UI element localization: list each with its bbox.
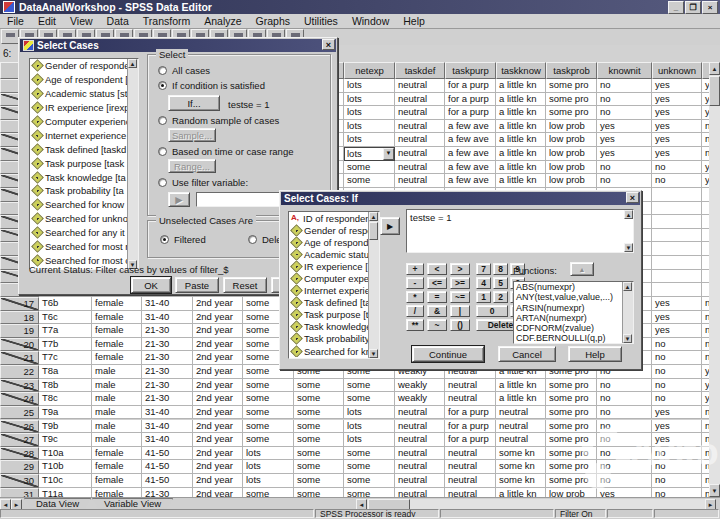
- table-cell[interactable]: neutral: [395, 474, 445, 488]
- table-cell[interactable]: no: [597, 161, 652, 175]
- menu-graphs[interactable]: Graphs: [249, 14, 297, 28]
- table-cell[interactable]: neutral: [445, 488, 496, 497]
- table-cell[interactable]: some kn: [496, 447, 546, 461]
- table-cell[interactable]: some: [344, 488, 395, 497]
- select-cases-variable-list[interactable]: Gender of respondeAge of respondent [Aca…: [29, 58, 139, 270]
- table-cell[interactable]: T9c: [39, 433, 92, 447]
- menu-window[interactable]: Window: [345, 14, 396, 28]
- menu-file[interactable]: File: [0, 14, 31, 28]
- table-cell[interactable]: 31-40: [142, 433, 193, 447]
- cancel-button[interactable]: Cancel: [498, 346, 556, 362]
- table-cell[interactable]: some pro: [546, 433, 597, 447]
- table-cell[interactable]: male: [92, 365, 142, 379]
- table-cell[interactable]: some pro: [546, 79, 597, 93]
- table-cell[interactable]: [652, 283, 702, 297]
- table-cell[interactable]: neutral: [395, 106, 445, 120]
- table-cell[interactable]: 21-30: [142, 392, 193, 406]
- menu-utilities[interactable]: Utilities: [297, 14, 345, 28]
- table-cell[interactable]: lots: [344, 93, 395, 107]
- table-cell[interactable]: no: [597, 106, 652, 120]
- table-cell[interactable]: lots: [344, 120, 395, 134]
- calc-button-0[interactable]: 0: [476, 305, 508, 317]
- table-cell[interactable]: [652, 229, 702, 243]
- table-cell[interactable]: 2nd year: [193, 297, 243, 311]
- table-cell[interactable]: for a purp: [445, 93, 496, 107]
- calc-button-4[interactable]: 4: [476, 277, 491, 289]
- table-cell[interactable]: no: [652, 447, 702, 461]
- table-cell[interactable]: some kn: [496, 460, 546, 474]
- table-cell[interactable]: some: [243, 420, 294, 434]
- table-cell[interactable]: some pro: [546, 447, 597, 461]
- variable-item[interactable]: IR experience [irexp: [30, 101, 129, 115]
- variable-item[interactable]: Academic status [st: [30, 87, 129, 101]
- table-cell[interactable]: no: [597, 93, 652, 107]
- calc-button-[interactable]: >: [450, 263, 470, 275]
- table-cell[interactable]: 2nd year: [193, 433, 243, 447]
- list-scrollbar[interactable]: ▲ ▼: [127, 59, 138, 269]
- table-cell[interactable]: [652, 256, 702, 270]
- scroll-up-icon[interactable]: ▲: [624, 210, 633, 219]
- table-cell[interactable]: neutral: [445, 474, 496, 488]
- row-number[interactable]: 19: [0, 324, 39, 338]
- list-scrollbar[interactable]: ▲ ▼: [622, 282, 633, 343]
- calc-button-7[interactable]: 7: [476, 263, 491, 275]
- calc-button-[interactable]: (): [450, 319, 470, 331]
- function-item[interactable]: ARTAN(numexpr): [514, 313, 624, 323]
- table-cell[interactable]: low prob: [546, 161, 597, 175]
- row-number[interactable]: 29: [0, 460, 39, 474]
- table-cell[interactable]: T9a: [39, 406, 92, 420]
- function-item[interactable]: CDFNORM(zvalue): [514, 323, 624, 333]
- variable-item[interactable]: Computer experienc: [30, 115, 129, 129]
- variable-item[interactable]: Task probability [ta: [30, 184, 129, 198]
- table-cell[interactable]: low prob: [546, 133, 597, 147]
- menu-transform[interactable]: Transform: [136, 14, 197, 28]
- table-cell[interactable]: lots: [344, 433, 395, 447]
- table-cell[interactable]: male: [92, 406, 142, 420]
- variable-item[interactable]: Task knowledge [ta: [289, 321, 370, 333]
- table-cell[interactable]: neutral: [395, 147, 445, 161]
- list-scrollbar[interactable]: ▲ ▼: [368, 212, 379, 358]
- table-cell[interactable]: neutral: [395, 133, 445, 147]
- table-cell[interactable]: some: [243, 392, 294, 406]
- function-item[interactable]: CDF.BERNOULLI(q,p): [514, 333, 624, 343]
- table-cell[interactable]: some: [294, 379, 344, 393]
- table-cell[interactable]: a few ave: [445, 120, 496, 134]
- table-cell[interactable]: low prob: [546, 174, 597, 188]
- variable-item[interactable]: Computer experienc: [289, 272, 370, 284]
- menu-help[interactable]: Help: [396, 14, 432, 28]
- table-cell[interactable]: female: [92, 338, 142, 352]
- table-cell[interactable]: low prob: [546, 147, 597, 161]
- table-cell[interactable]: a little kn: [496, 133, 546, 147]
- variable-item[interactable]: Task probability [ta: [289, 333, 370, 345]
- if-variable-list[interactable]: A,ID of respondents [Gender of respondeA…: [288, 211, 380, 359]
- scroll-up-icon[interactable]: ▲: [709, 62, 720, 75]
- column-header-netexp[interactable]: netexp: [344, 62, 395, 79]
- row-number[interactable]: 20: [0, 338, 39, 352]
- dropdown-icon[interactable]: ▼: [383, 148, 394, 160]
- table-cell[interactable]: a little kn: [496, 161, 546, 175]
- table-cell[interactable]: weakly: [395, 379, 445, 393]
- close-icon[interactable]: ×: [626, 192, 639, 203]
- variable-item[interactable]: A,ID of respondents [: [289, 212, 370, 224]
- table-cell[interactable]: yes: [652, 433, 702, 447]
- table-cell[interactable]: male: [92, 433, 142, 447]
- table-cell[interactable]: 21-30: [142, 488, 193, 497]
- table-cell[interactable]: 2nd year: [193, 392, 243, 406]
- ok-button[interactable]: OK: [131, 277, 171, 293]
- table-cell[interactable]: yes: [652, 106, 702, 120]
- table-cell[interactable]: female: [92, 311, 142, 325]
- table-cell[interactable]: for a purp: [445, 106, 496, 120]
- table-cell[interactable]: some: [344, 474, 395, 488]
- table-cell[interactable]: 31-40: [142, 297, 193, 311]
- table-cell[interactable]: [652, 270, 702, 284]
- variable-item[interactable]: Searched for unkno: [30, 212, 129, 226]
- toolbar-button[interactable]: [1, 29, 19, 44]
- table-cell[interactable]: a few ave: [445, 174, 496, 188]
- table-cell[interactable]: lots: [344, 406, 395, 420]
- table-cell[interactable]: neutral: [395, 79, 445, 93]
- calc-button-[interactable]: <: [427, 263, 447, 275]
- table-cell[interactable]: yes: [652, 120, 702, 134]
- table-cell[interactable]: a little kn: [496, 488, 546, 497]
- table-cell[interactable]: lots: [243, 447, 294, 461]
- scroll-up-icon[interactable]: ▲: [128, 59, 137, 68]
